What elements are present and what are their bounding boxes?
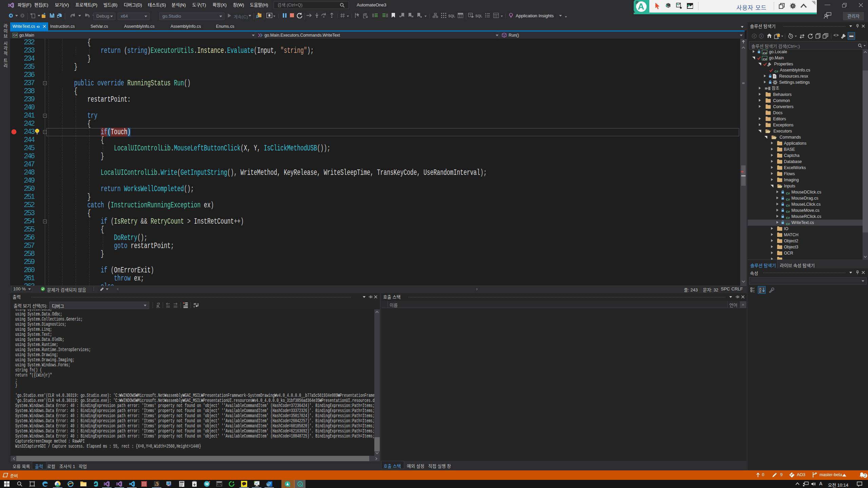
svg-text:O: O — [267, 483, 270, 486]
svg-text:ab: ab — [194, 303, 196, 305]
svg-text:c: c — [194, 305, 195, 308]
svg-text:E2: E2 — [667, 5, 670, 7]
svg-text:C#: C# — [13, 34, 17, 37]
svg-text:C:\_: C:\_ — [217, 483, 222, 486]
svg-text:W: W — [205, 482, 209, 486]
